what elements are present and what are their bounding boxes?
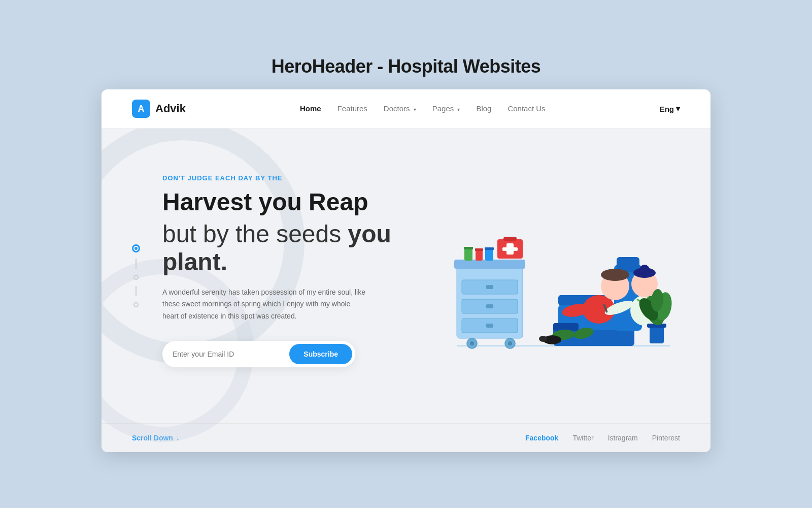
svg-rect-2 (454, 260, 525, 269)
dot-line-1 (136, 259, 137, 269)
dot-active (132, 244, 140, 252)
svg-point-42 (639, 265, 650, 275)
svg-rect-22 (485, 247, 494, 250)
svg-rect-19 (476, 250, 483, 261)
hero-subtitle-plain: but by the seeds (162, 220, 348, 247)
svg-rect-6 (486, 304, 493, 308)
social-twitter[interactable]: Twitter (572, 434, 593, 442)
social-facebook[interactable]: Facebook (525, 434, 558, 442)
scroll-down-arrow: ↓ (176, 434, 180, 442)
nav-item-features[interactable]: Features (337, 104, 367, 113)
navbar: A Advik Home Features Doctors ▾ Pages ▾ … (101, 89, 710, 129)
svg-point-12 (508, 341, 512, 345)
svg-point-10 (470, 341, 474, 345)
nav-item-blog[interactable]: Blog (476, 104, 491, 113)
hero-description: A wonderful serenity has taken possessio… (162, 287, 365, 323)
nav-item-contact[interactable]: Contact Us (507, 104, 545, 113)
social-instagram[interactable]: Istragram (608, 434, 638, 442)
hero-section: DON'T JUDGE EACH DAY BY THE Harvest you … (101, 129, 710, 423)
svg-rect-28 (553, 323, 579, 331)
main-card: A Advik Home Features Doctors ▾ Pages ▾ … (101, 89, 710, 452)
scroll-down[interactable]: Scroll Down ↓ (132, 434, 180, 442)
svg-point-32 (539, 336, 547, 342)
hero-content: DON'T JUDGE EACH DAY BY THE Harvest you … (162, 174, 406, 367)
dot-small-1 (133, 275, 139, 280)
svg-rect-4 (486, 285, 493, 289)
scroll-indicator (132, 244, 140, 307)
hero-subtitle: but by the seeds you plant. (162, 220, 406, 276)
svg-rect-21 (485, 249, 493, 261)
social-links: Facebook Twitter Istragram Pinterest (525, 434, 680, 442)
svg-rect-17 (464, 248, 472, 261)
page-title: HeroHeader - Hospital Websites (272, 56, 540, 77)
dot-line-2 (136, 286, 137, 296)
scroll-down-label: Scroll Down (132, 434, 173, 442)
svg-rect-43 (650, 326, 664, 343)
svg-rect-20 (475, 248, 483, 251)
subscribe-button[interactable]: Subscribe (289, 344, 352, 364)
social-pinterest[interactable]: Pinterest (652, 434, 680, 442)
medical-illustration (426, 173, 680, 366)
logo-name: Advik (155, 102, 186, 115)
logo[interactable]: A Advik (132, 100, 186, 118)
nav-item-pages[interactable]: Pages ▾ (432, 104, 460, 113)
svg-rect-18 (464, 247, 473, 249)
svg-rect-16 (503, 237, 517, 241)
hero-tag: DON'T JUDGE EACH DAY BY THE (162, 174, 406, 182)
svg-rect-15 (502, 247, 518, 251)
nav-item-doctors[interactable]: Doctors ▾ (384, 104, 416, 113)
nav-item-home[interactable]: Home (300, 104, 321, 113)
card-footer: Scroll Down ↓ Facebook Twitter Istragram… (101, 423, 710, 452)
svg-rect-8 (486, 324, 493, 328)
chevron-down-icon: ▾ (676, 104, 680, 113)
language-selector[interactable]: Eng ▾ (660, 104, 680, 113)
email-input[interactable] (173, 350, 289, 358)
hero-title: Harvest you Reap (162, 188, 406, 216)
logo-icon: A (132, 100, 150, 118)
hero-illustration (426, 173, 680, 368)
nav-links: Home Features Doctors ▾ Pages ▾ Blog Con… (300, 104, 546, 113)
svg-point-36 (601, 269, 629, 281)
subscribe-form: Subscribe (162, 341, 355, 367)
dot-small-2 (133, 302, 139, 307)
